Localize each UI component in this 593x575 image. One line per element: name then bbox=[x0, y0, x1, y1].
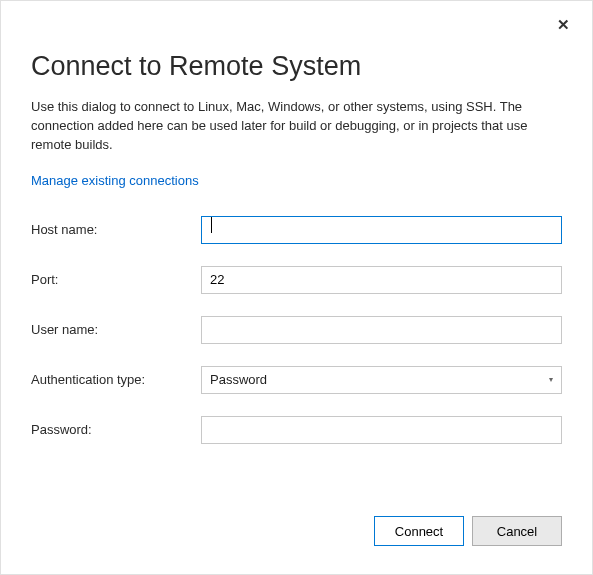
hostname-input[interactable] bbox=[201, 216, 562, 244]
chevron-down-icon: ▾ bbox=[549, 375, 553, 384]
port-row: Port: bbox=[31, 266, 562, 294]
authtype-row: Authentication type: Password ▾ bbox=[31, 366, 562, 394]
dialog-description: Use this dialog to connect to Linux, Mac… bbox=[31, 98, 562, 155]
username-row: User name: bbox=[31, 316, 562, 344]
authtype-label: Authentication type: bbox=[31, 372, 201, 387]
manage-connections-link[interactable]: Manage existing connections bbox=[31, 173, 199, 188]
cancel-button[interactable]: Cancel bbox=[472, 516, 562, 546]
close-button[interactable]: ✕ bbox=[553, 15, 574, 34]
dialog-title: Connect to Remote System bbox=[31, 51, 562, 82]
text-caret bbox=[211, 217, 212, 233]
hostname-label: Host name: bbox=[31, 222, 201, 237]
authtype-value: Password bbox=[210, 372, 267, 387]
password-row: Password: bbox=[31, 416, 562, 444]
port-input[interactable] bbox=[201, 266, 562, 294]
dialog-content: Connect to Remote System Use this dialog… bbox=[1, 1, 592, 496]
authtype-select[interactable]: Password ▾ bbox=[201, 366, 562, 394]
connect-button[interactable]: Connect bbox=[374, 516, 464, 546]
password-input[interactable] bbox=[201, 416, 562, 444]
port-label: Port: bbox=[31, 272, 201, 287]
username-input[interactable] bbox=[201, 316, 562, 344]
hostname-row: Host name: bbox=[31, 216, 562, 244]
password-label: Password: bbox=[31, 422, 201, 437]
close-icon: ✕ bbox=[557, 16, 570, 33]
button-row: Connect Cancel bbox=[374, 516, 562, 546]
username-label: User name: bbox=[31, 322, 201, 337]
